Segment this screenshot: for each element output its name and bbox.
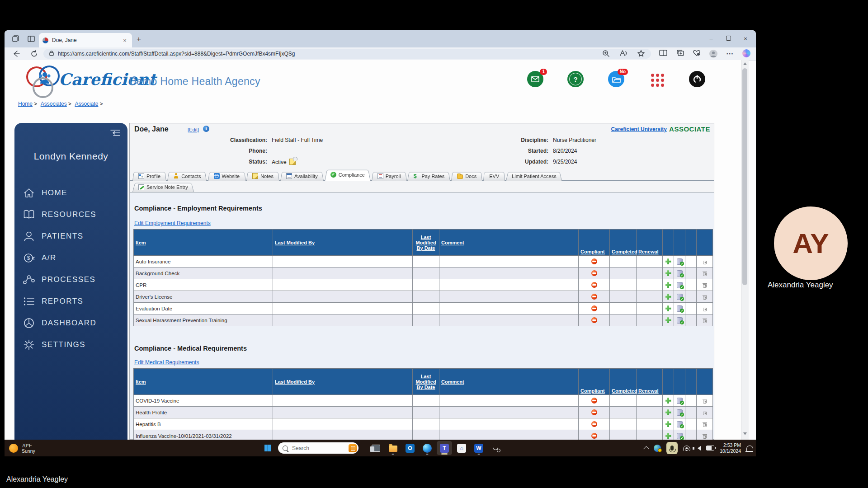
battery-icon[interactable]	[706, 446, 714, 450]
scrollbar-down-icon[interactable]	[743, 432, 747, 435]
tab-evv[interactable]: EVV	[483, 171, 505, 181]
tray-chevron-icon[interactable]	[643, 446, 649, 452]
history-icon[interactable]	[677, 294, 683, 300]
read-aloud-icon[interactable]	[619, 50, 627, 58]
history-icon[interactable]	[677, 421, 683, 427]
tab-availability[interactable]: Availability	[280, 171, 324, 181]
sidebar-item-patients[interactable]: PATIENTS	[23, 229, 84, 244]
refresh-icon[interactable]	[30, 49, 39, 58]
col-completed[interactable]: Completed	[610, 369, 637, 395]
tab-notes[interactable]: Notes	[246, 171, 279, 181]
favorites-star-icon[interactable]	[637, 50, 645, 58]
add-entry-icon[interactable]	[665, 270, 671, 276]
sidebar-item-processes[interactable]: PROCESSES	[23, 272, 95, 287]
col-last-modified-by[interactable]: Last Modified By	[273, 369, 413, 395]
teams-button[interactable]: T	[437, 441, 452, 455]
close-window-icon[interactable]: ×	[739, 34, 752, 44]
edit-associate-link[interactable]: [Edit]	[188, 127, 199, 132]
delete-icon[interactable]	[703, 271, 707, 276]
start-button[interactable]	[264, 440, 271, 456]
task-view-button[interactable]	[368, 441, 383, 455]
info-icon[interactable]: i	[203, 126, 209, 132]
add-entry-icon[interactable]	[665, 282, 671, 288]
new-tab-icon[interactable]: +	[137, 35, 141, 44]
delete-icon[interactable]	[703, 259, 707, 264]
workspaces-icon[interactable]	[11, 35, 19, 43]
scrollbar-thumb[interactable]	[742, 68, 747, 285]
tray-edge-icon[interactable]	[654, 445, 661, 452]
add-entry-icon[interactable]	[665, 294, 671, 300]
delete-icon[interactable]	[703, 398, 707, 404]
tab-payroll[interactable]: Payroll	[372, 171, 407, 181]
col-compliant[interactable]: Compliant	[579, 369, 610, 395]
history-icon[interactable]	[677, 270, 683, 277]
tab-website[interactable]: Website	[208, 171, 246, 181]
col-last-modified-by-date[interactable]: LastModifiedBy Date	[413, 230, 439, 256]
col-comment[interactable]: Comment	[439, 230, 579, 256]
sidebar-item-ar[interactable]: $ A/R	[23, 250, 57, 266]
add-entry-icon[interactable]	[665, 421, 671, 427]
breadcrumb-associate-link[interactable]: Associate	[75, 101, 98, 107]
taskbar-clock[interactable]: 2:53 PM 10/1/2024	[720, 442, 741, 454]
col-compliant[interactable]: Compliant	[579, 230, 610, 256]
delete-icon[interactable]	[703, 318, 707, 323]
split-screen-icon[interactable]	[659, 49, 668, 58]
sidebar-item-home[interactable]: HOME	[23, 185, 67, 201]
sidebar-item-resources[interactable]: RESOURCES	[23, 207, 96, 222]
col-last-modified-by[interactable]: Last Modified By	[273, 230, 413, 256]
apps-grid-icon[interactable]	[648, 71, 665, 87]
delete-icon[interactable]	[703, 282, 707, 288]
history-icon[interactable]	[677, 409, 683, 416]
history-icon[interactable]	[677, 398, 683, 404]
careficient-university-link[interactable]: Careficient University	[611, 126, 667, 132]
add-entry-icon[interactable]	[665, 317, 671, 323]
add-entry-icon[interactable]	[665, 305, 671, 311]
tab-service-note-entry[interactable]: Service Note Entry	[132, 182, 194, 192]
sidebar-item-settings[interactable]: SETTINGS	[23, 337, 85, 352]
page-scrollbar[interactable]	[741, 60, 749, 440]
browser-tab[interactable]: Doe, Jane ×	[39, 33, 132, 47]
copilot-icon[interactable]	[742, 49, 751, 58]
restore-icon[interactable]	[722, 34, 735, 44]
file-explorer-button[interactable]	[385, 441, 401, 455]
breadcrumb-associates-link[interactable]: Associates	[41, 101, 67, 107]
col-comment[interactable]: Comment	[439, 369, 579, 395]
history-icon[interactable]	[677, 433, 683, 439]
col-completed[interactable]: Completed	[610, 230, 637, 256]
add-entry-icon[interactable]	[665, 433, 671, 439]
tab-actions-icon[interactable]	[27, 35, 35, 43]
history-icon[interactable]	[677, 305, 683, 312]
tab-compliance[interactable]: Compliance	[325, 169, 371, 181]
bell-icon[interactable]	[746, 446, 753, 452]
add-entry-icon[interactable]	[665, 258, 671, 264]
history-icon[interactable]	[677, 282, 683, 288]
sidebar-item-dashboard[interactable]: DASHBOARD	[23, 315, 96, 331]
delete-icon[interactable]	[703, 306, 707, 311]
tab-limit-patient-access[interactable]: Limit Patient Access	[506, 171, 562, 181]
delete-icon[interactable]	[703, 294, 707, 300]
mail-icon[interactable]: 1	[527, 71, 543, 87]
breadcrumb-home-link[interactable]: Home	[18, 101, 33, 107]
inservice-icon[interactable]: No	[608, 71, 624, 87]
store-button[interactable]: ⌂	[454, 441, 469, 455]
history-icon[interactable]	[677, 317, 683, 324]
zoom-page-icon[interactable]	[602, 50, 609, 58]
taskbar-search[interactable]	[278, 442, 359, 454]
collections-icon[interactable]	[676, 49, 685, 58]
status-note-icon[interactable]	[289, 159, 296, 165]
minimize-icon[interactable]: –	[704, 34, 718, 44]
outlook-button[interactable]: O	[402, 441, 418, 455]
delete-icon[interactable]	[703, 433, 707, 439]
volume-icon[interactable]	[698, 446, 701, 450]
browser-essentials-icon[interactable]	[693, 49, 702, 58]
address-bar[interactable]: https://ams.careficientinc.com/Staff/Sta…	[43, 49, 651, 59]
add-entry-icon[interactable]	[665, 409, 671, 415]
collapse-sidebar-icon[interactable]	[109, 127, 121, 140]
tab-pay-rates[interactable]: Pay Rates	[407, 171, 450, 181]
col-renewal[interactable]: Renewal	[637, 369, 663, 395]
taskbar-weather[interactable]: 70°FSunny	[9, 440, 35, 456]
profile-avatar-icon[interactable]	[709, 49, 718, 58]
clinical-app-button[interactable]	[488, 441, 504, 455]
close-tab-icon[interactable]: ×	[121, 37, 128, 44]
add-entry-icon[interactable]	[665, 398, 671, 404]
